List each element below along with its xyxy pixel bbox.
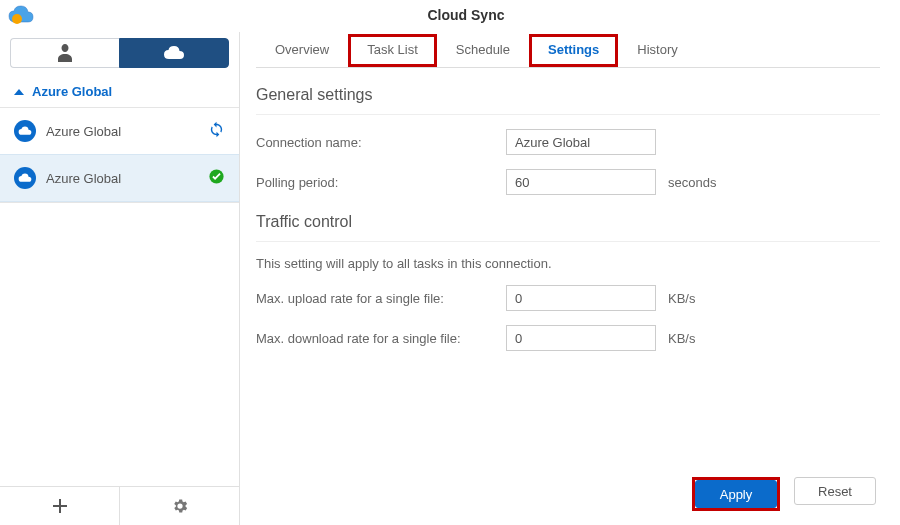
max-upload-label: Max. upload rate for a single file: — [256, 291, 506, 306]
sidebar-group-header[interactable]: Azure Global — [0, 76, 239, 108]
sync-icon — [208, 121, 225, 141]
tab-task-list[interactable]: Task List — [348, 34, 437, 67]
section-traffic-title: Traffic control — [256, 195, 880, 242]
polling-period-unit: seconds — [668, 175, 716, 190]
app-title: Cloud Sync — [40, 7, 892, 23]
provider-icon — [14, 120, 36, 142]
app-logo-icon — [8, 4, 34, 26]
sidebar-tab-cloud[interactable] — [119, 38, 229, 68]
chevron-up-icon — [14, 89, 24, 95]
rate-unit: KB/s — [668, 331, 695, 346]
add-connection-button[interactable] — [0, 487, 119, 525]
max-download-label: Max. download rate for a single file: — [256, 331, 506, 346]
plus-icon — [51, 497, 69, 515]
sidebar: Azure Global Azure Global Azure Global — [0, 32, 240, 525]
cloud-icon — [163, 46, 185, 60]
sidebar-group-label: Azure Global — [32, 84, 112, 99]
sidebar-tab-user[interactable] — [10, 38, 119, 68]
section-general-title: General settings — [256, 68, 880, 115]
tab-history[interactable]: History — [618, 34, 696, 67]
svg-point-0 — [12, 14, 22, 24]
tab-settings[interactable]: Settings — [529, 34, 618, 67]
connection-name-label: Connection name: — [256, 135, 506, 150]
polling-period-label: Polling period: — [256, 175, 506, 190]
title-bar: Cloud Sync — [0, 0, 900, 32]
rate-unit: KB/s — [668, 291, 695, 306]
tab-bar: Overview Task List Schedule Settings His… — [256, 32, 880, 68]
gear-icon — [171, 497, 189, 515]
main-panel: Overview Task List Schedule Settings His… — [240, 32, 900, 525]
user-icon — [57, 44, 73, 62]
check-circle-icon — [208, 168, 225, 188]
max-upload-input[interactable] — [506, 285, 656, 311]
tab-schedule[interactable]: Schedule — [437, 34, 529, 67]
reset-button[interactable]: Reset — [794, 477, 876, 505]
traffic-note: This setting will apply to all tasks in … — [256, 256, 880, 271]
connection-name-input[interactable] — [506, 129, 656, 155]
sidebar-item-label: Azure Global — [46, 171, 121, 186]
provider-icon — [14, 167, 36, 189]
apply-button[interactable]: Apply — [695, 480, 777, 508]
settings-button[interactable] — [119, 487, 239, 525]
max-download-input[interactable] — [506, 325, 656, 351]
sidebar-item-label: Azure Global — [46, 124, 121, 139]
polling-period-input[interactable] — [506, 169, 656, 195]
sidebar-item-0[interactable]: Azure Global — [0, 108, 239, 154]
tab-overview[interactable]: Overview — [256, 34, 348, 67]
sidebar-item-1[interactable]: Azure Global — [0, 154, 239, 202]
